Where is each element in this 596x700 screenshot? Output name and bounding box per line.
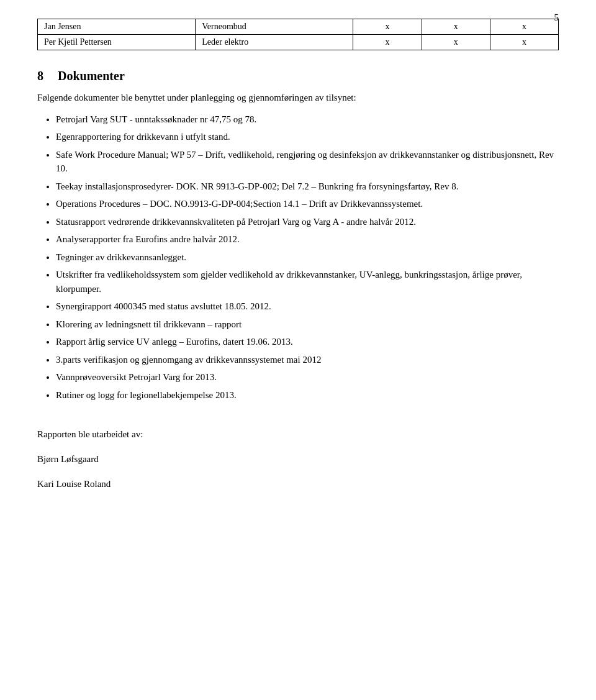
bullet-list: Petrojarl Varg SUT - unntakssøknader nr … <box>56 112 559 402</box>
author-name: Bjørn Løfsgaard <box>37 452 559 466</box>
list-item: Rapport årlig service UV anlegg – Eurofi… <box>56 335 559 349</box>
section-number: 8 <box>37 69 43 83</box>
x-col-1: x <box>353 35 422 50</box>
rapport-label: Rapporten ble utarbeidet av: <box>37 427 559 442</box>
section-heading: 8 Dokumenter <box>37 69 559 83</box>
table: Jan Jensen Verneombud x x x Per Kjetil P… <box>37 19 559 50</box>
list-item: Utskrifter fra vedlikeholdssystem som gj… <box>56 268 559 296</box>
personnel-table: Jan Jensen Verneombud x x x Per Kjetil P… <box>37 19 559 50</box>
list-item: Tegninger av drikkevannsanlegget. <box>56 250 559 265</box>
x-col-2: x <box>422 19 490 35</box>
list-item: Vannprøveoversikt Petrojarl Varg for 201… <box>56 370 559 384</box>
section-8: 8 Dokumenter Følgende dokumenter ble ben… <box>37 69 559 402</box>
list-item: 3.parts verifikasjon og gjennomgang av d… <box>56 353 559 367</box>
person-name: Per Kjetil Pettersen <box>38 35 196 50</box>
section-title: Dokumenter <box>58 69 125 83</box>
list-item: Rutiner og logg for legionellabekjempels… <box>56 388 559 402</box>
rapport-section: Rapporten ble utarbeidet av: Bjørn Løfsg… <box>37 427 559 491</box>
table-row: Jan Jensen Verneombud x x x <box>38 19 559 35</box>
table-row: Per Kjetil Pettersen Leder elektro x x x <box>38 35 559 50</box>
list-item: Safe Work Procedure Manual; WP 57 – Drif… <box>56 148 559 176</box>
list-item: Klorering av ledningsnett til drikkevann… <box>56 317 559 332</box>
list-item: Teekay installasjonsprosedyrer- DOK. NR … <box>56 180 559 194</box>
person-name: Jan Jensen <box>38 19 196 35</box>
page-number: 5 <box>554 12 559 23</box>
x-col-2: x <box>422 35 490 50</box>
x-col-1: x <box>353 19 422 35</box>
author-name: Kari Louise Roland <box>37 476 559 491</box>
list-item: Operations Procedures – DOC. NO.9913-G-D… <box>56 197 559 211</box>
x-col-3: x <box>490 35 558 50</box>
intro-text: Følgende dokumenter ble benyttet under p… <box>37 91 559 105</box>
list-item: Synergirapport 4000345 med status avslut… <box>56 299 559 314</box>
list-item: Analyserapporter fra Eurofins andre halv… <box>56 232 559 247</box>
person-role: Verneombud <box>196 19 353 35</box>
list-item: Statusrapport vedrørende drikkevannskval… <box>56 215 559 229</box>
list-item: Petrojarl Varg SUT - unntakssøknader nr … <box>56 112 559 127</box>
x-col-3: x <box>490 19 558 35</box>
person-role: Leder elektro <box>196 35 353 50</box>
list-item: Egenrapportering for drikkevann i utfylt… <box>56 130 559 144</box>
